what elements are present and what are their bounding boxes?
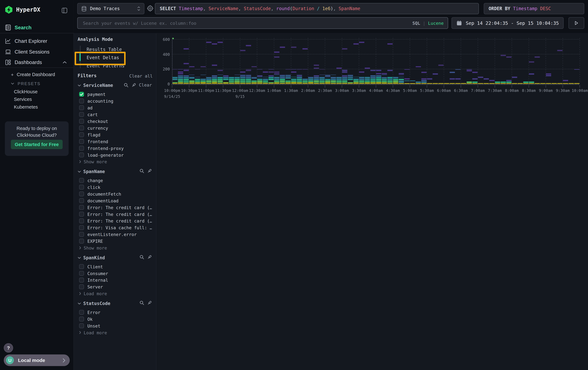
filter-option-consumer[interactable]: Consumer <box>79 270 108 276</box>
checkbox[interactable] <box>79 125 84 130</box>
filter-option-checkout[interactable]: checkout <box>79 118 108 124</box>
time-range-picker[interactable]: Sep 14 22:04:35 - Sep 15 10:04:35 <box>452 17 564 29</box>
user-menu[interactable]: U Local mode <box>4 354 70 366</box>
show-more-link[interactable]: Show more <box>79 245 107 250</box>
filter-option-expire[interactable]: EXPIRE <box>79 238 103 244</box>
checkbox[interactable] <box>79 185 84 190</box>
filter-group-title[interactable]: SpanKind <box>83 255 105 260</box>
pin-icon[interactable] <box>147 300 152 305</box>
checkbox[interactable] <box>79 112 84 117</box>
filter-option-frontend[interactable]: frontend <box>79 139 108 144</box>
checkbox[interactable] <box>79 205 84 210</box>
filter-option-error[interactable]: Error <box>79 310 100 315</box>
filter-option-documentfetch[interactable]: documentFetch <box>79 191 121 197</box>
checkbox[interactable] <box>79 146 84 150</box>
get-started-button[interactable]: Get Started for Free <box>11 140 63 149</box>
chevron-down-icon[interactable] <box>78 302 81 304</box>
filter-option-ok[interactable]: Ok <box>79 316 93 322</box>
filter-search-icon[interactable] <box>139 300 144 305</box>
filter-option-load-generator[interactable]: load-generator <box>79 152 124 158</box>
checkbox[interactable] <box>79 99 84 103</box>
filter-option-frontend-proxy[interactable]: frontend-proxy <box>79 145 124 151</box>
chevron-down-icon[interactable] <box>78 170 81 173</box>
source-select[interactable]: Demo Traces <box>77 3 144 14</box>
sql-mode-label[interactable]: SQL <box>412 20 420 26</box>
checkbox[interactable] <box>79 119 84 124</box>
filter-search-icon[interactable] <box>124 83 129 88</box>
chevron-down-icon[interactable] <box>78 256 81 259</box>
filter-option-accounting[interactable]: accounting <box>79 98 113 104</box>
analysis-mode-option-results-table[interactable]: Results Table <box>87 47 122 53</box>
checkbox[interactable] <box>79 139 84 144</box>
filter-search-icon[interactable] <box>139 255 144 260</box>
checkbox[interactable] <box>79 225 84 230</box>
lucene-mode-label[interactable]: Lucene <box>428 20 444 26</box>
checkbox[interactable] <box>79 264 84 269</box>
filter-option-error-the-credit-card-[interactable]: Error: The credit card (… <box>79 218 152 224</box>
run-query-button[interactable] <box>568 17 584 29</box>
clear-filter-button[interactable]: Clear <box>139 82 152 88</box>
collapse-sidebar-button[interactable] <box>61 7 68 14</box>
heatmap-canvas[interactable] <box>157 33 588 108</box>
sidebar-item-search[interactable]: Search <box>0 22 74 33</box>
checkbox[interactable] <box>79 212 84 217</box>
filter-option-payment[interactable]: payment <box>79 91 105 97</box>
checkbox[interactable] <box>79 317 84 321</box>
search-input[interactable] <box>82 20 412 26</box>
checkbox[interactable] <box>79 198 84 203</box>
order-by-editor[interactable]: ORDER BY Timestamp DESC <box>484 3 584 14</box>
filter-group-title[interactable]: ServiceName <box>83 83 113 88</box>
checkbox[interactable] <box>79 323 84 328</box>
sidebar-item-dashboards[interactable]: Dashboards <box>0 57 74 67</box>
query-language-toggle[interactable]: SQL | Lucene <box>412 20 444 26</box>
pin-icon[interactable] <box>147 255 152 260</box>
sidebar-item-services[interactable]: Services <box>0 95 74 103</box>
chevron-down-icon[interactable] <box>78 84 81 86</box>
show-more-link[interactable]: Show more <box>79 159 107 164</box>
sql-select-editor[interactable]: SELECT Timestamp, ServiceName, StatusCod… <box>155 3 479 14</box>
filter-option-currency[interactable]: currency <box>79 125 108 131</box>
load-more-link[interactable]: Load more <box>79 291 107 296</box>
filter-search-icon[interactable] <box>139 169 144 173</box>
filter-option-client[interactable]: Client <box>79 264 103 270</box>
source-settings-button[interactable] <box>147 5 154 12</box>
checkbox[interactable] <box>79 152 84 157</box>
sidebar-item-clickhouse[interactable]: ClickHouse <box>0 88 74 96</box>
presets-toggle[interactable]: PRESETS <box>0 80 74 88</box>
filter-group-title[interactable]: SpanName <box>83 169 105 174</box>
filter-option-flagd[interactable]: flagd <box>79 132 100 138</box>
search-bar[interactable]: SQL | Lucene <box>77 17 448 29</box>
checkbox[interactable] <box>79 219 84 223</box>
help-button[interactable]: ? <box>4 343 13 352</box>
filter-option-internal[interactable]: Internal <box>79 277 108 283</box>
pin-icon[interactable] <box>147 169 152 173</box>
checkbox[interactable] <box>79 191 84 196</box>
checkbox[interactable] <box>79 178 84 183</box>
analysis-mode-option-event-patterns[interactable]: Event Patterns <box>87 63 125 69</box>
checkbox[interactable] <box>79 105 84 110</box>
filter-option-eventlistener-error[interactable]: eventListener.error <box>79 231 137 237</box>
filter-option-unset[interactable]: Unset <box>79 323 100 329</box>
filter-option-error-the-credit-card-[interactable]: Error: The credit card (… <box>79 205 152 210</box>
filter-option-ad[interactable]: ad <box>79 105 93 110</box>
checkbox-checked[interactable] <box>79 92 84 97</box>
filter-option-cart[interactable]: cart <box>79 112 98 117</box>
checkbox[interactable] <box>79 310 84 315</box>
checkbox[interactable] <box>79 271 84 276</box>
analysis-mode-option-event-deltas[interactable]: Event Deltas <box>87 55 119 61</box>
filter-option-documentload[interactable]: documentLoad <box>79 198 118 203</box>
clear-all-button[interactable]: Clear all <box>129 73 153 79</box>
sidebar-item-kubernetes[interactable]: Kubernetes <box>0 103 74 111</box>
load-more-link[interactable]: Load more <box>79 330 107 335</box>
filter-option-error-visa-cache-full-[interactable]: Error: Visa cache full: … <box>79 225 152 230</box>
filter-group-title[interactable]: StatusCode <box>83 301 110 306</box>
checkbox[interactable] <box>79 232 84 237</box>
create-dashboard-button[interactable]: + Create Dashboard <box>0 70 74 79</box>
filter-option-error-the-credit-card-[interactable]: Error: The credit card (… <box>79 211 152 217</box>
checkbox[interactable] <box>79 239 84 244</box>
checkbox[interactable] <box>79 132 84 137</box>
sidebar-item-chart-explorer[interactable]: Chart Explorer <box>0 36 74 46</box>
filter-option-server[interactable]: Server <box>79 284 103 290</box>
checkbox[interactable] <box>79 278 84 282</box>
checkbox[interactable] <box>79 284 84 289</box>
